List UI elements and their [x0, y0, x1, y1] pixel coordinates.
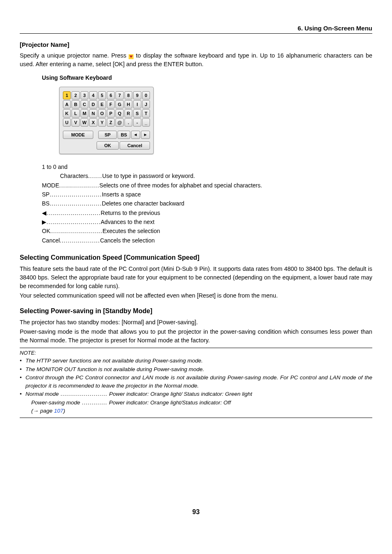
note-bottom-rule: [20, 418, 372, 418]
key-a[interactable]: A: [63, 100, 71, 108]
legend-cancel-desc: Cancels the selection: [100, 236, 154, 245]
standby-mode-heading: Selecting Power-saving in [Standby Mode]: [20, 307, 372, 315]
key-0[interactable]: 0: [142, 91, 150, 99]
key-dot[interactable]: .: [125, 118, 132, 127]
legend-bs: BS .......................... Deletes on…: [42, 199, 372, 208]
key-k[interactable]: K: [63, 109, 71, 118]
key-3[interactable]: 3: [81, 91, 88, 99]
key-ok[interactable]: OK: [97, 141, 119, 150]
communication-speed-heading: Selecting Communication Speed [Communica…: [20, 254, 372, 261]
key-dash[interactable]: -: [133, 118, 141, 127]
legend-bs-desc: Deletes one character backward: [102, 199, 184, 208]
note-item-4-block: Normal mode ........................ Pow…: [25, 390, 372, 415]
key-j[interactable]: J: [142, 100, 150, 108]
key-left[interactable]: ◂: [131, 131, 140, 139]
software-keyboard: 1 2 3 4 5 6 7 8 9 0 A B C D E F G H I: [59, 87, 154, 154]
key-v[interactable]: V: [71, 118, 79, 127]
key-x[interactable]: X: [89, 118, 97, 127]
key-e[interactable]: E: [98, 100, 106, 108]
projector-name-paragraph: Specify a unique projector name. Press t…: [20, 51, 372, 69]
legend-bs-term: BS: [42, 199, 50, 208]
note-normal-term: Normal mode: [25, 391, 59, 397]
keyboard-row-util: MODE SP BS ◂ ▸: [63, 131, 150, 139]
key-underscore[interactable]: _: [142, 118, 150, 127]
legend-ok-desc: Executes the selection: [102, 226, 160, 235]
key-b[interactable]: B: [71, 100, 79, 108]
key-r[interactable]: R: [125, 109, 132, 118]
standby-p2: Power-saving mode is the mode that allow…: [20, 328, 372, 345]
keyboard-row-4: U V W X Y Z @ . - _: [63, 118, 150, 127]
running-head-rule: [20, 33, 372, 34]
key-y[interactable]: Y: [98, 118, 106, 127]
key-m[interactable]: M: [81, 109, 88, 118]
key-t[interactable]: T: [142, 109, 150, 118]
dropdown-icon: [129, 54, 134, 59]
note-ps-dots: .............: [80, 399, 108, 406]
key-z[interactable]: Z: [107, 118, 115, 127]
legend-right-dots: ...........................: [46, 217, 101, 226]
legend-ok-term: OK: [42, 226, 50, 235]
key-p[interactable]: P: [107, 109, 115, 118]
legend-left-term: ◀: [42, 208, 46, 217]
legend-mode: MODE .................... Selects one of…: [42, 181, 372, 190]
note-item-1-text: The HTTP server functions are not availa…: [25, 357, 372, 365]
key-q[interactable]: Q: [115, 109, 123, 118]
key-at[interactable]: @: [115, 118, 123, 127]
key-7[interactable]: 7: [115, 91, 123, 99]
legend-cancel: Cancel .................... Cancels the …: [42, 236, 372, 245]
key-i[interactable]: I: [133, 100, 141, 108]
note-item-3-text: Control through the PC Control connector…: [25, 374, 372, 390]
legend-ok: OK .......................... Executes t…: [42, 226, 372, 235]
legend-lead: 1 to 0 and: [42, 162, 372, 171]
key-5[interactable]: 5: [98, 91, 106, 99]
key-s[interactable]: S: [133, 109, 141, 118]
legend-right-desc: Advances to the next: [101, 217, 154, 226]
key-l[interactable]: L: [71, 109, 79, 118]
legend-mode-desc: Selects one of three modes for alphabet …: [99, 181, 262, 190]
key-c[interactable]: C: [81, 100, 88, 108]
legend-bs-dots: ..........................: [50, 199, 102, 208]
key-o[interactable]: O: [98, 109, 106, 118]
page-root: 6. Using On-Screen Menu [Projector Name]…: [0, 0, 392, 532]
key-mode[interactable]: MODE: [63, 131, 93, 139]
key-g[interactable]: G: [115, 100, 123, 108]
key-u[interactable]: U: [63, 118, 71, 127]
key-d[interactable]: D: [89, 100, 97, 108]
keyboard-row-1: 1 2 3 4 5 6 7 8 9 0: [63, 91, 150, 99]
note-page-ref: (→ page 107): [31, 407, 372, 415]
legend-sp-term: SP: [42, 190, 50, 199]
note-label: NOTE:: [20, 350, 372, 356]
key-4[interactable]: 4: [89, 91, 97, 99]
key-right[interactable]: ▸: [141, 131, 150, 139]
note-ps-term: Power-saving mode: [31, 399, 80, 406]
keyboard-row-2: A B C D E F G H I J: [63, 100, 150, 108]
key-2[interactable]: 2: [71, 91, 79, 99]
key-w[interactable]: W: [81, 118, 88, 127]
legend-left-desc: Returns to the previous: [101, 208, 160, 217]
legend-lead-text: 1 to 0 and: [42, 162, 67, 171]
legend-characters-desc: Use to type in password or keyword.: [102, 171, 195, 180]
key-9[interactable]: 9: [133, 91, 141, 99]
note-page-ref-b: ): [63, 408, 65, 414]
note-normal-dots: ........................: [59, 391, 108, 397]
legend-sp: SP .......................... Inserts a …: [42, 190, 372, 199]
keyboard-row-3: K L M N O P Q R S T: [63, 109, 150, 118]
communication-speed-p1: This feature sets the baud rate of the P…: [20, 265, 372, 291]
legend-right-term: ▶: [42, 217, 46, 226]
legend-mode-term: MODE: [42, 181, 59, 190]
note-ps-desc: Power indicator: Orange light/Status ind…: [108, 399, 231, 406]
note-power-saving-line: Power-saving mode ............. Power in…: [31, 399, 372, 407]
running-head: 6. Using On-Screen Menu: [20, 25, 372, 32]
legend-sp-desc: Inserts a space: [102, 190, 141, 199]
note-page-link[interactable]: 107: [54, 408, 64, 414]
note-page-ref-a: (→ page: [31, 408, 54, 414]
key-sp[interactable]: SP: [98, 131, 117, 139]
key-bs[interactable]: BS: [118, 131, 130, 139]
key-6[interactable]: 6: [107, 91, 115, 99]
key-h[interactable]: H: [125, 100, 132, 108]
key-n[interactable]: N: [89, 109, 97, 118]
key-8[interactable]: 8: [125, 91, 132, 99]
key-f[interactable]: F: [107, 100, 115, 108]
key-cancel[interactable]: Cancel: [120, 141, 150, 150]
key-1[interactable]: 1: [63, 91, 71, 99]
